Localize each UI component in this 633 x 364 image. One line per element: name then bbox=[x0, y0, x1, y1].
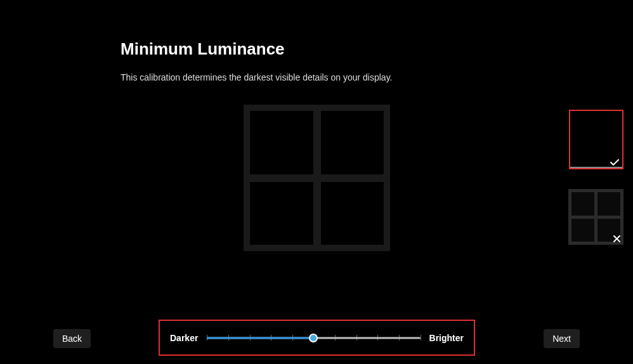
luminance-preview-grid bbox=[244, 105, 390, 251]
slider-label-darker: Darker bbox=[170, 333, 198, 343]
slider-thumb[interactable] bbox=[309, 334, 318, 342]
slider-fill bbox=[207, 337, 313, 339]
luminance-slider[interactable] bbox=[207, 332, 420, 344]
thumbnail-cell bbox=[571, 219, 594, 242]
page-subtitle: This calibration determines the darkest … bbox=[121, 72, 393, 82]
cross-icon bbox=[613, 235, 621, 243]
preview-cell bbox=[321, 182, 384, 245]
thumbnail-cell bbox=[571, 192, 594, 216]
preview-cell bbox=[321, 111, 384, 174]
thumbnail-divider bbox=[570, 167, 622, 168]
thumbnail-cell bbox=[597, 192, 620, 216]
check-icon bbox=[610, 159, 619, 166]
back-button[interactable]: Back bbox=[53, 329, 91, 348]
reference-thumbnail-incorrect[interactable] bbox=[568, 189, 623, 245]
preview-cell bbox=[250, 182, 313, 245]
page-title: Minimum Luminance bbox=[121, 39, 285, 59]
slider-label-brighter: Brighter bbox=[429, 333, 464, 343]
reference-thumbnail-correct[interactable] bbox=[569, 110, 623, 169]
preview-cell bbox=[250, 111, 313, 174]
luminance-slider-panel: Darker Brighter bbox=[159, 320, 475, 356]
next-button[interactable]: Next bbox=[544, 329, 580, 348]
